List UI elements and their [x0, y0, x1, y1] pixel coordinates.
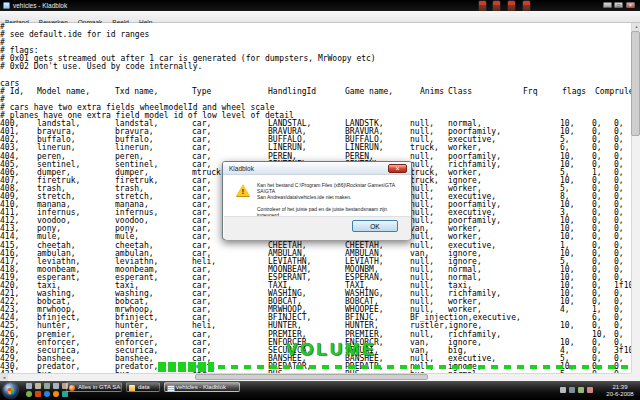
menu-bar: BestandBewerkenOpmaakBeeldHelp — [0, 11, 640, 23]
minimize-button[interactable]: _ — [603, 2, 612, 8]
vehicle-row: 417,leviathn,leviathn,heli,LEVIATHN,LEVI… — [0, 258, 631, 266]
notepad-titlebar[interactable]: vehicles - Kladblok — [0, 0, 640, 11]
quicklaunch-icon[interactable] — [26, 391, 32, 397]
quicklaunch-icon[interactable] — [44, 391, 50, 397]
tray-status-icon[interactable] — [578, 387, 584, 393]
message-line: San Andreas\data\vehicles.ide niet maken… — [257, 194, 407, 200]
vehicle-row: 400,landstal,landstal,car,LANDSTAL,LANDS… — [0, 120, 631, 128]
dialog-footer: OK — [224, 216, 411, 240]
vehicle-row: 420,taxi,taxi,car,TAXI,TAXI,null,taxi,10… — [0, 282, 631, 290]
tray-status-icon[interactable] — [587, 387, 593, 393]
vehicle-row: 403,linerun,linerun,car,LINERUN,LINERUN,… — [0, 144, 631, 152]
code-line: # — [0, 39, 631, 47]
desktop-screen: vehicles - Kladblok _ □ × BestandBewerke… — [0, 0, 640, 400]
message-line: Kan het bestand C:\Program Files (x86)\R… — [257, 182, 407, 194]
dialog-title: Kladblok — [229, 165, 254, 172]
vehicle-row: 422,bobcat,bobcat,car,BOBCAT,BOBCAT,null… — [0, 298, 631, 306]
scrollbar-corner — [631, 373, 640, 381]
taskbar-button-label: vehicles - Kladblok — [176, 384, 226, 390]
quicklaunch-icon[interactable] — [26, 383, 32, 389]
vehicle-row: 423,mrwhoop,mrwhoop,car,MRWHOOP,WHOOPEE,… — [0, 306, 631, 314]
dialog-content: ! Kan het bestand C:\Program Files (x86)… — [224, 175, 411, 216]
quicklaunch-icon[interactable] — [44, 383, 50, 389]
vehicle-row: 415,cheetah,cheetah,car,CHEETAH,CHEETAH,… — [0, 242, 631, 250]
vehicle-row: 416,ambulan,ambulan,car,AMBULAN,AMBULAN,… — [0, 250, 631, 258]
vehicle-row: 418,moonbeam,moonbeam,car,MOONBEAM,MOONB… — [0, 266, 631, 274]
ok-button[interactable]: OK — [352, 220, 398, 232]
tray-network-icon[interactable] — [569, 387, 575, 393]
maximize-button[interactable]: □ — [614, 2, 623, 8]
clock-date: 20-6-2008 — [601, 391, 639, 398]
volume-osd-label: VOLUME — [286, 340, 377, 360]
code-line: # see default.ide for id ranges — [0, 31, 631, 39]
quicklaunch-icon[interactable] — [53, 391, 59, 397]
dialog-message: Kan het bestand C:\Program Files (x86)\R… — [257, 182, 407, 218]
column-header-line: # Id,Model name,Txd name,TypeHandlingIdG… — [0, 88, 631, 96]
window-title: vehicles - Kladblok — [13, 2, 67, 9]
quicklaunch-icon[interactable] — [53, 383, 59, 389]
cell: flags — [562, 88, 595, 96]
cell: Class — [448, 88, 523, 96]
taskbar-button-explorer[interactable]: Alles in GTA SA-G... — [66, 382, 122, 392]
cell: Txd name, — [115, 88, 192, 96]
vehicle-row: 404,peren,peren,car,PEREN,PEREN,null,poo… — [0, 153, 631, 161]
horizontal-scrollbar-thumb[interactable] — [195, 374, 428, 380]
cell: Type — [192, 88, 268, 96]
tray-clock[interactable]: 21:39 20-6-2008 — [601, 384, 639, 398]
cell: Comprule — [595, 88, 631, 96]
clock-time: 21:39 — [601, 384, 639, 391]
tray-volume-icon[interactable] — [560, 387, 566, 393]
folder-icon — [129, 385, 135, 392]
taskbar-button-folder[interactable]: data — [126, 382, 160, 392]
cell: Frq — [523, 88, 562, 96]
dialog-close-icon[interactable]: × — [388, 164, 407, 173]
quicklaunch-icon[interactable] — [35, 383, 41, 389]
vehicle-row: 402,buffalo,buffalo,car,BUFFALO,BUFFALO,… — [0, 136, 631, 144]
warning-exclamation: ! — [242, 187, 245, 196]
error-dialog: Kladblok × ! Kan het bestand C:\Program … — [222, 161, 412, 240]
windows-flag-icon — [7, 387, 14, 394]
notepad-app-icon — [3, 2, 10, 9]
cell: # Id, — [0, 88, 37, 96]
cell: Model name, — [37, 88, 115, 96]
quicklaunch-icon[interactable] — [35, 391, 41, 397]
task-app-icon — [69, 385, 75, 391]
cell: 10, — [560, 322, 592, 330]
scroll-up-icon[interactable]: ▲ — [632, 23, 640, 31]
code-line: # planes have one extra field model id o… — [0, 112, 631, 120]
volume-osd-empty-bar — [218, 365, 628, 369]
cell: Game name, — [345, 88, 420, 96]
vehicle-row: 425,hunter,hunter,heli,HUNTER,HUNTER,rus… — [0, 322, 631, 330]
volume-osd-filled-bar — [158, 362, 214, 372]
taskbar-button-label: Alles in GTA SA-G... — [78, 384, 122, 390]
close-icon[interactable]: × — [626, 2, 635, 8]
code-line: # 0x02 Don't use. Used by code internall… — [0, 63, 631, 71]
cell: Anims — [420, 88, 448, 96]
vehicle-row: 424,bfinject,bfinject,car,BFINJECT,BFINJ… — [0, 314, 631, 322]
cell: HandlingId — [268, 88, 345, 96]
taskbar-button-notepad[interactable]: vehicles - Kladblok — [164, 382, 240, 392]
cell: 4, — [560, 306, 592, 314]
notepad-icon — [167, 385, 175, 392]
taskbar-button-label: data — [138, 384, 150, 390]
vertical-scrollbar-thumb[interactable] — [631, 31, 640, 136]
vehicle-row: 401,bravura,bravura,car,BRAVURA,BRAVURA,… — [0, 128, 631, 136]
code-line — [0, 72, 631, 80]
vehicle-row: 419,esperant,esperant,car,ESPERANT,ESPER… — [0, 274, 631, 282]
vehicle-row: 421,washing,washing,car,WASHING,WASHING,… — [0, 290, 631, 298]
vehicle-row: 426,premier,premier,car,PREMIER,PREMIER,… — [0, 331, 631, 339]
dialog-titlebar[interactable]: Kladblok × — [223, 162, 411, 175]
